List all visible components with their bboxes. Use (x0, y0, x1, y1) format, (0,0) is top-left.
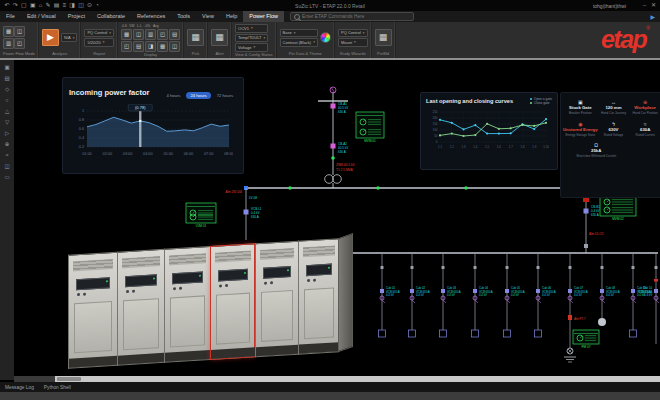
message-log-tab[interactable]: Message Log (5, 385, 34, 390)
ribbon-dropdown[interactable]: 5/20/20▾ (84, 38, 114, 47)
left-toolbar-icon[interactable]: ▭ (4, 174, 9, 181)
quick-access-icon[interactable]: ✎ (46, 0, 51, 11)
stat-label: Short-time Withstand Current (563, 154, 629, 159)
left-toolbar-icon[interactable]: ⊕ (5, 141, 10, 148)
switchgear-row (68, 237, 353, 368)
left-toolbar-icon[interactable]: ≈ (5, 152, 8, 159)
display-chip[interactable]: L-L (137, 24, 142, 28)
close-icon[interactable]: ✕ (651, 0, 656, 11)
left-toolbar-icon[interactable]: ◫ (4, 163, 9, 170)
minimize-icon[interactable]: – (643, 0, 646, 11)
ribbon-icon[interactable]: ◫ (133, 29, 144, 40)
command-search[interactable] (290, 12, 414, 21)
ribbon-group-label: Per Data & Theme (280, 51, 331, 57)
ribbon-group-alert: ▦Alert (208, 22, 232, 58)
cabinet-buttons (126, 290, 135, 294)
run-analysis-icon[interactable]: ▶ (42, 29, 59, 46)
quick-access-icon[interactable]: ↷ (13, 0, 18, 11)
ribbon-dropdown[interactable]: Contrast (Black)▾ (280, 38, 318, 47)
dropdown-value: OCV1 (238, 26, 249, 31)
ribbon-dropdown[interactable]: Base▾ (280, 29, 318, 38)
scrollbar-thumb[interactable] (57, 377, 81, 381)
left-toolbar-icon[interactable]: △ (5, 108, 9, 115)
left-toolbar-icon[interactable]: ○ (5, 97, 8, 104)
command-search-input[interactable] (302, 14, 410, 19)
ribbon-icon[interactable]: ◰ (121, 41, 132, 52)
quick-access-icon[interactable]: ◫ (78, 0, 84, 11)
menu-item-project[interactable]: Project (62, 11, 91, 22)
display-chip[interactable]: 5W (129, 24, 134, 28)
ribbon-dropdown[interactable]: N/A▾ (61, 33, 77, 42)
tab-72-hours[interactable]: 72 hours (213, 92, 237, 99)
ribbon-dropdown[interactable]: Voltage▾ (235, 43, 268, 52)
python-shell-tab[interactable]: Python Shell (44, 385, 71, 390)
display-chip[interactable]: -0% (144, 24, 150, 28)
ribbon-dropdown[interactable]: PQ Control▾ (338, 29, 368, 38)
ribbon-dropdown[interactable]: Mount▾ (338, 38, 368, 47)
tab-24-hours[interactable]: 24 hours (186, 92, 210, 99)
ribbon-icon[interactable]: ▦ (375, 29, 392, 46)
left-toolbar-icon[interactable]: ▽ (5, 119, 9, 126)
menu-item-file[interactable]: File (0, 11, 21, 22)
left-toolbar-icon[interactable]: ▷ (5, 130, 9, 137)
svg-text:1-4: 1-4 (473, 145, 477, 149)
quick-access-icon[interactable]: ⊙ (87, 0, 92, 11)
menu-item-collaborate[interactable]: Collaborate (91, 11, 131, 22)
switchgear-cabinet-3[interactable] (164, 246, 210, 363)
display-chip[interactable]: -0.6 (121, 24, 127, 28)
menu-bar: FileEdit / VisualProjectCollaborateRefer… (0, 11, 660, 22)
ribbon-icon[interactable]: ◫ (169, 41, 180, 52)
curves-panel-title: Last opening and closing curves (426, 98, 527, 104)
menu-item-view[interactable]: View (196, 11, 220, 22)
ribbon-icon[interactable]: ▤ (169, 29, 180, 40)
quick-access-icon[interactable]: ◔ (95, 0, 99, 11)
ribbon-icon[interactable]: ◨ (145, 41, 156, 52)
left-toolbar-icon[interactable]: ▤ (4, 75, 9, 82)
switchgear-cabinet-4[interactable] (210, 243, 255, 360)
quick-access-icon[interactable]: ▣ (30, 0, 36, 11)
menu-item-power-flow[interactable]: Power Flow (243, 11, 284, 22)
tab-4-hours[interactable]: 4 hours (162, 92, 184, 99)
run-icon[interactable]: ▶ (650, 13, 655, 20)
color-wheel-icon[interactable] (320, 32, 331, 43)
ribbon-dropdown[interactable]: OCV1▾ (235, 24, 268, 33)
left-toolbar-icon[interactable]: ◇ (5, 86, 9, 93)
pf-range-tabs: 4 hours24 hours72 hours (160, 83, 237, 101)
cabinet-display (172, 271, 203, 284)
switchgear-cabinet-6[interactable] (298, 238, 339, 355)
ribbon-icon[interactable]: ◰ (14, 38, 25, 49)
chevron-down-icon: ▾ (253, 45, 255, 49)
ribbon-icon[interactable]: ◰ (157, 29, 168, 40)
switchgear-3d-view[interactable] (58, 224, 350, 378)
ribbon-icon[interactable]: ▦ (211, 29, 228, 46)
ribbon-icon[interactable]: ▥ (145, 29, 156, 40)
quick-access-icon[interactable]: ≡ (63, 0, 67, 11)
ribbon-icon[interactable]: ▦ (3, 26, 14, 37)
status-bar: Message Log Python Shell (0, 382, 660, 392)
ribbon-icon[interactable]: ▤ (133, 41, 144, 52)
quick-access-icon[interactable]: ◨ (69, 0, 75, 11)
quick-access-icon[interactable]: ▤ (54, 0, 60, 11)
quick-access-icon[interactable]: ⌂ (39, 0, 43, 11)
ribbon-dropdown[interactable]: PQ Control▾ (84, 29, 114, 38)
chevron-down-icon: ▾ (354, 40, 356, 44)
left-toolbar-icon[interactable]: ▣ (4, 64, 9, 71)
cabinet-plinth (256, 345, 298, 357)
menu-item-help[interactable]: Help (220, 11, 243, 22)
menu-item-tools[interactable]: Tools (171, 11, 196, 22)
menu-item-references[interactable]: References (131, 11, 171, 22)
switchgear-cabinet-1[interactable] (68, 252, 117, 369)
quick-access-icon[interactable]: ↶ (5, 0, 10, 11)
ribbon-icon[interactable]: ▦ (121, 29, 132, 40)
ribbon-icon[interactable]: ▦ (187, 29, 204, 46)
ribbon-icon[interactable]: ▦ (157, 41, 168, 52)
quick-access-icon[interactable]: ▢ (21, 0, 27, 11)
ribbon-dropdown[interactable]: Temp/TDULT▾ (235, 34, 268, 43)
ribbon-icon[interactable]: ▥ (3, 38, 14, 49)
switchgear-cabinet-2[interactable] (117, 249, 164, 366)
cabinet-door (123, 298, 159, 350)
ribbon-icon[interactable]: ◫ (14, 26, 25, 37)
menu-item-edit-visual[interactable]: Edit / Visual (21, 11, 62, 22)
display-chip[interactable]: Avg (153, 24, 159, 28)
switchgear-cabinet-5[interactable] (255, 241, 298, 358)
